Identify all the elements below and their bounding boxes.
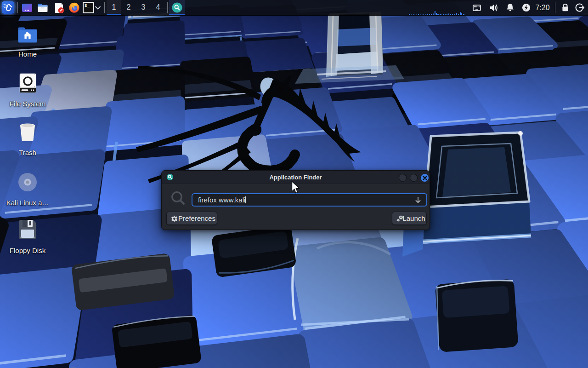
svg-text:$_: $_ <box>85 4 90 8</box>
